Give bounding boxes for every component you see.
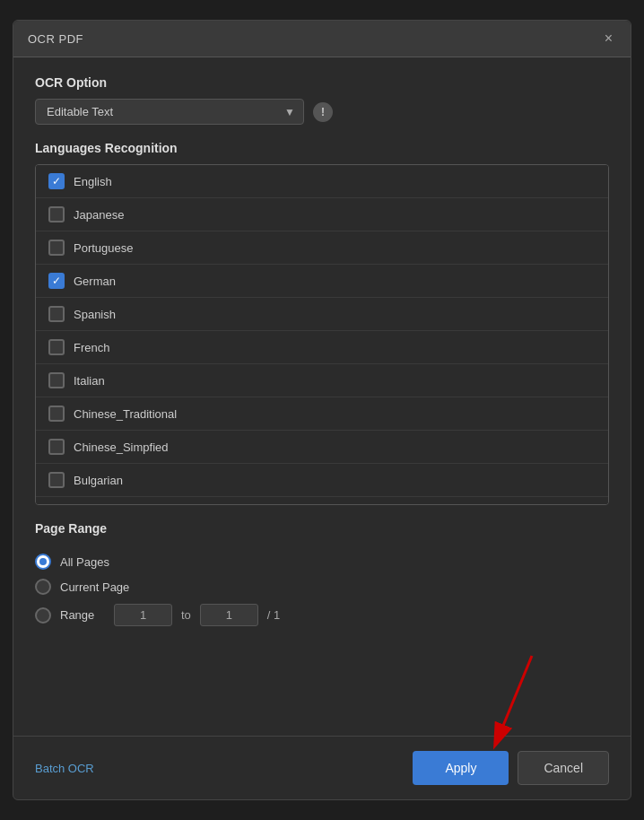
lang-item-french[interactable]: French xyxy=(36,331,608,364)
lang-label-french: French xyxy=(74,341,109,354)
dialog-body: OCR Option Editable Text Searchable Text… xyxy=(13,57,631,736)
lang-item-catalan[interactable]: Catalan xyxy=(36,497,608,505)
ocr-option-row: Editable Text Searchable Text ▼ ! xyxy=(35,99,609,125)
apply-button[interactable]: Apply xyxy=(413,751,509,785)
range-total: / 1 xyxy=(267,608,280,622)
batch-ocr-button[interactable]: Batch OCR xyxy=(35,762,94,775)
lang-checkbox-japanese[interactable] xyxy=(48,206,65,222)
lang-label-chinese-simplified: Chinese_Simpfied xyxy=(74,441,169,454)
lang-item-english[interactable]: English xyxy=(36,165,608,198)
lang-item-italian[interactable]: Italian xyxy=(36,364,608,397)
current-page-label: Current Page xyxy=(60,580,129,594)
lang-item-chinese-simplified[interactable]: Chinese_Simpfied xyxy=(36,431,608,464)
lang-item-chinese-traditional[interactable]: Chinese_Traditional xyxy=(36,397,608,431)
footer-buttons: Apply Cancel xyxy=(413,751,609,785)
lang-checkbox-french[interactable] xyxy=(48,339,65,355)
range-from-input[interactable] xyxy=(114,604,172,626)
range-to-input[interactable] xyxy=(200,604,258,626)
lang-label-german: German xyxy=(74,275,116,288)
lang-item-japanese[interactable]: Japanese xyxy=(36,198,608,231)
range-to-separator: to xyxy=(181,608,191,622)
range-row: Range to / 1 xyxy=(35,604,609,626)
page-range-label: Page Range xyxy=(35,521,609,536)
dropdown-wrapper: Editable Text Searchable Text ▼ xyxy=(35,99,304,125)
languages-label: Languages Recognition xyxy=(35,141,609,155)
cancel-button[interactable]: Cancel xyxy=(518,751,609,785)
lang-checkbox-german[interactable] xyxy=(48,273,65,289)
all-pages-label: All Pages xyxy=(60,555,109,569)
lang-item-spanish[interactable]: Spanish xyxy=(36,298,608,331)
lang-item-bulgarian[interactable]: Bulgarian xyxy=(36,464,608,497)
page-range-section: Page Range All Pages Current Page Range … xyxy=(35,521,609,626)
current-page-radio[interactable] xyxy=(35,579,51,595)
lang-label-portuguese: Portuguese xyxy=(74,241,134,255)
lang-label-bulgarian: Bulgarian xyxy=(74,474,123,487)
dialog-title: OCR PDF xyxy=(28,32,83,46)
lang-checkbox-chinese-traditional[interactable] xyxy=(48,406,65,422)
ocr-option-section: OCR Option Editable Text Searchable Text… xyxy=(35,75,609,125)
lang-item-portuguese[interactable]: Portuguese xyxy=(36,231,608,265)
lang-label-japanese: Japanese xyxy=(74,208,124,222)
range-label: Range xyxy=(60,608,105,622)
all-pages-row: All Pages xyxy=(35,554,609,570)
info-icon[interactable]: ! xyxy=(313,102,333,122)
lang-checkbox-spanish[interactable] xyxy=(48,306,65,322)
lang-checkbox-chinese-simplified[interactable] xyxy=(48,439,65,455)
close-button[interactable]: × xyxy=(601,30,616,48)
ocr-pdf-dialog: OCR PDF × OCR Option Editable Text Searc… xyxy=(13,20,631,800)
lang-label-spanish: Spanish xyxy=(74,308,116,321)
all-pages-radio[interactable] xyxy=(35,554,51,570)
dialog-footer: Batch OCR Apply Cancel xyxy=(13,736,631,799)
title-bar: OCR PDF × xyxy=(13,21,631,57)
current-page-row: Current Page xyxy=(35,579,609,595)
languages-list: EnglishJapanesePortugueseGermanSpanishFr… xyxy=(35,164,609,505)
lang-label-english: English xyxy=(74,175,112,188)
ocr-option-dropdown[interactable]: Editable Text Searchable Text xyxy=(35,99,304,125)
languages-section: Languages Recognition EnglishJapanesePor… xyxy=(35,141,609,505)
lang-checkbox-portuguese[interactable] xyxy=(48,240,65,256)
lang-label-italian: Italian xyxy=(74,374,105,388)
lang-checkbox-english[interactable] xyxy=(48,173,65,189)
lang-checkbox-italian[interactable] xyxy=(48,372,65,388)
lang-item-german[interactable]: German xyxy=(36,265,608,298)
lang-checkbox-bulgarian[interactable] xyxy=(48,472,65,488)
lang-label-chinese-traditional: Chinese_Traditional xyxy=(74,407,177,421)
ocr-option-label: OCR Option xyxy=(35,75,609,90)
range-radio[interactable] xyxy=(35,607,51,624)
